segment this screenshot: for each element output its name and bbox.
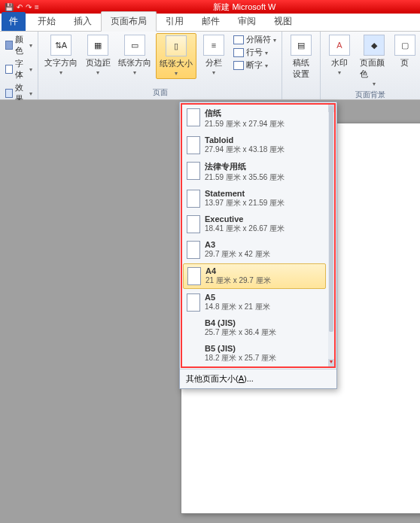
margins-icon: ▦ [87, 35, 108, 56]
button-hyphenation[interactable]: 断字▾ [231, 59, 278, 71]
lineno-icon [233, 48, 244, 57]
size-option--[interactable]: 信纸21.59 厘米 x 27.94 厘米 [182, 105, 327, 132]
size-option-a3[interactable]: A329.7 厘米 x 42 厘米 [182, 237, 327, 263]
size-option-a4[interactable]: A421 厘米 x 29.7 厘米 [183, 263, 326, 289]
size-option--[interactable]: 法律专用纸21.59 厘米 x 35.56 厘米 [182, 158, 327, 186]
page-size-list: 信纸21.59 厘米 x 27.94 厘米Tabloid27.94 厘米 x 4… [181, 103, 336, 368]
size-option-tabloid[interactable]: Tabloid27.94 厘米 x 43.18 厘米 [182, 132, 327, 158]
size-option-executive[interactable]: Executive18.41 厘米 x 26.67 厘米 [182, 211, 327, 237]
page-icon [187, 162, 200, 180]
size-label: B4 (JIS)25.7 厘米 x 36.4 厘米 [205, 318, 276, 338]
size-label: A514.8 厘米 x 21 厘米 [205, 293, 270, 312]
tab-file[interactable]: 件 [2, 12, 26, 31]
size-label: Tabloid27.94 厘米 x 43.18 厘米 [205, 135, 285, 155]
page-icon [187, 190, 200, 208]
size-label: A421 厘米 x 29.7 厘米 [205, 266, 271, 286]
group-page-background: A水印▾ ◆页面颜色▾ ▢页 页面背景 [321, 32, 420, 99]
group-label-stationery [285, 89, 317, 99]
ribbon-tabs: 件 开始 插入 页面布局 引用 邮件 审阅 视图 [0, 14, 420, 32]
tab-insert[interactable]: 插入 [65, 12, 101, 31]
orientation-icon: ▭ [124, 35, 145, 56]
size-option-a5[interactable]: A514.8 厘米 x 21 厘米 [182, 290, 327, 315]
button-page-size[interactable]: ▯纸张大小▾ [156, 33, 196, 79]
button-text-direction[interactable]: ⇅A文字方向▾ [41, 33, 81, 78]
button-breaks[interactable]: 分隔符▾ [231, 33, 278, 46]
size-label: 法律专用纸21.59 厘米 x 35.56 厘米 [205, 161, 285, 183]
qat-undo-icon[interactable]: ↶ [17, 3, 23, 11]
tab-mail[interactable]: 邮件 [193, 12, 229, 31]
size-option-statement[interactable]: Statement13.97 厘米 x 21.59 厘米 [182, 186, 327, 211]
group-themes: 颜色▾ 字体▾ 效果▾ 主题 [0, 32, 38, 99]
text-direction-icon: ⇅A [50, 35, 72, 56]
button-page-color[interactable]: ◆页面颜色▾ [357, 33, 391, 89]
size-label: Statement13.97 厘米 x 21.59 厘米 [205, 189, 285, 208]
size-label: Executive18.41 厘米 x 26.67 厘米 [205, 214, 285, 234]
font-icon [5, 65, 13, 74]
page-size-dropdown: 信纸21.59 厘米 x 27.94 厘米Tabloid27.94 厘米 x 4… [179, 102, 337, 389]
tab-review[interactable]: 审阅 [229, 12, 265, 31]
qat-more-icon[interactable]: ≡ [35, 3, 39, 11]
page-size-icon: ▯ [166, 35, 187, 56]
button-page-border[interactable]: ▢页 [393, 33, 417, 70]
dropdown-scrollbar[interactable]: ▲ ▼ [328, 105, 334, 366]
group-label-page: 页面 [41, 87, 278, 99]
size-label: B5 (JIS)18.2 厘米 x 25.7 厘米 [205, 344, 276, 363]
group-stationery: ▤稿纸设置 [282, 32, 321, 99]
button-stationery[interactable]: ▤稿纸设置 [285, 33, 317, 81]
page-icon [187, 136, 200, 154]
qat-save-icon[interactable]: 💾 [5, 3, 14, 11]
size-option-b4-jis-[interactable]: B4 (JIS)25.7 厘米 x 36.4 厘米 [182, 315, 327, 341]
page-icon [187, 241, 200, 259]
button-theme-fonts[interactable]: 字体▾ [3, 57, 35, 81]
page-icon [187, 293, 200, 312]
tab-page-layout[interactable]: 页面布局 [101, 11, 157, 32]
group-page-setup: ⇅A文字方向▾ ▦页边距▾ ▭纸张方向▾ ▯纸张大小▾ ≡分栏▾ 分隔符▾ 行号… [38, 32, 282, 99]
size-label: 信纸21.59 厘米 x 27.94 厘米 [205, 108, 285, 129]
scroll-thumb[interactable] [329, 106, 333, 332]
page-color-icon: ◆ [364, 35, 385, 56]
tab-references[interactable]: 引用 [157, 12, 193, 31]
palette-icon [5, 41, 13, 50]
qat-redo-icon[interactable]: ↷ [26, 3, 32, 11]
button-orientation[interactable]: ▭纸张方向▾ [115, 33, 154, 78]
button-columns[interactable]: ≡分栏▾ [198, 33, 230, 78]
columns-icon: ≡ [203, 35, 224, 56]
tab-home[interactable]: 开始 [29, 12, 65, 31]
quick-access-toolbar: 💾 ↶ ↷ ≡ [5, 3, 39, 11]
page-icon [187, 108, 200, 126]
button-line-numbers[interactable]: 行号▾ [231, 46, 278, 59]
breaks-icon [233, 35, 244, 44]
scroll-down-arrow-icon[interactable]: ▼ [328, 359, 334, 366]
effects-icon [5, 89, 13, 98]
page-icon [187, 215, 200, 233]
watermark-icon: A [329, 35, 350, 56]
button-watermark[interactable]: A水印▾ [324, 33, 355, 78]
stationery-icon: ▤ [291, 35, 312, 56]
size-option-b5-jis-[interactable]: B5 (JIS)18.2 厘米 x 25.7 厘米 [182, 341, 327, 366]
button-theme-colors[interactable]: 颜色▾ [3, 33, 35, 57]
ribbon: 颜色▾ 字体▾ 效果▾ 主题 ⇅A文字方向▾ ▦页边距▾ ▭纸张方向▾ ▯纸张大… [0, 32, 420, 100]
size-label: A329.7 厘米 x 42 厘米 [205, 240, 270, 260]
hyphen-icon [233, 61, 244, 70]
page-icon [187, 267, 201, 285]
more-paper-sizes[interactable]: 其他页面大小(A)... [180, 369, 336, 388]
border-icon: ▢ [394, 35, 415, 56]
button-margins[interactable]: ▦页边距▾ [82, 33, 114, 78]
tab-view[interactable]: 视图 [265, 12, 301, 31]
